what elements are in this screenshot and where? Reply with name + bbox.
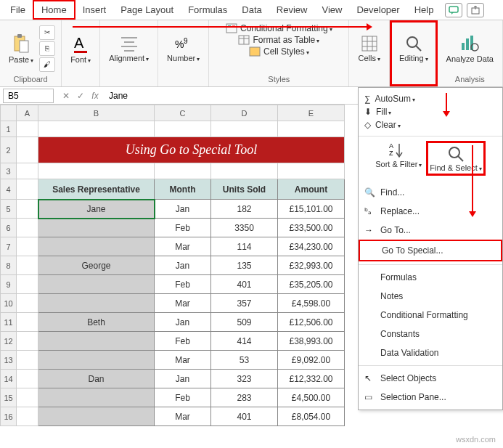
cell[interactable]: £32,993.00 [278,256,345,275]
cell[interactable]: £15,101.00 [278,200,345,219]
cell[interactable]: 323 [211,370,278,388]
cell[interactable]: Feb [155,219,211,237]
cell[interactable]: 182 [211,200,278,219]
cell[interactable]: Mar [155,237,211,256]
sheet-table[interactable]: A B C D E 1 2Using Go to Special Tool 3 … [0,105,345,426]
cell[interactable]: £34,230.00 [278,237,345,256]
cell[interactable]: £38,993.00 [278,332,345,351]
cell[interactable]: £12,332.00 [278,370,345,388]
tab-data[interactable]: Data [234,1,269,18]
menu-goto-special[interactable]: Go To Special... [359,240,502,261]
row-header-13[interactable]: 13 [1,351,17,370]
cell[interactable] [38,388,155,407]
cell[interactable]: Dan [38,370,155,388]
cell[interactable]: Jan [155,313,211,332]
cell[interactable]: 114 [211,237,278,256]
cell[interactable] [38,275,155,294]
menu-constants[interactable]: Constants [359,325,502,343]
cell[interactable]: Jan [155,256,211,275]
cell[interactable]: Jane [38,200,155,219]
cell[interactable]: £33,500.00 [278,219,345,237]
fill-button[interactable]: ⬇Fill [364,105,496,118]
row-header-4[interactable]: 4 [1,179,17,200]
row-header-11[interactable]: 11 [1,313,17,332]
cell[interactable]: 401 [211,275,278,294]
menu-find[interactable]: 🔍Find... [359,183,502,202]
copy-button[interactable]: ⎘ [39,41,55,56]
tab-insert[interactable]: Insert [75,1,114,18]
cell[interactable] [38,294,155,313]
editing-button[interactable]: Editing [396,33,431,64]
paste-button[interactable]: Paste [6,32,36,65]
cell[interactable]: £35,205.00 [278,275,345,294]
cell[interactable]: 283 [211,388,278,407]
row-header-3[interactable]: 3 [1,163,17,179]
fx-button[interactable]: fx [89,91,102,101]
cell-styles-button[interactable]: Cell Styles [249,46,309,57]
tab-formulas[interactable]: Formulas [181,1,234,18]
share-button[interactable] [467,3,484,17]
cell[interactable]: Jan [155,370,211,388]
col-header-A[interactable]: A [17,105,38,121]
cell[interactable]: Beth [38,313,155,332]
cell[interactable] [38,237,155,256]
col-header-C[interactable]: C [155,105,211,121]
cell[interactable]: £12,506.00 [278,313,345,332]
row-header-15[interactable]: 15 [1,388,17,407]
tab-help[interactable]: Help [407,1,441,18]
menu-selection-pane[interactable]: ▭Selection Pane... [359,388,502,407]
cancel-formula-button[interactable]: ✕ [60,91,73,101]
row-header-2[interactable]: 2 [1,137,17,163]
menu-replace[interactable]: ᵇₐReplace... [359,202,502,221]
format-painter-button[interactable]: 🖌 [39,57,55,72]
font-button[interactable]: A Font [68,32,94,65]
alignment-button[interactable]: Alignment [106,33,152,64]
row-header-8[interactable]: 8 [1,256,17,275]
group-editing[interactable]: Editing [390,20,438,86]
cell[interactable]: £4,500.00 [278,388,345,407]
tab-page-layout[interactable]: Page Layout [113,1,181,18]
row-header-1[interactable]: 1 [1,121,17,137]
row-header-5[interactable]: 5 [1,200,17,219]
row-header-7[interactable]: 7 [1,237,17,256]
accept-formula-button[interactable]: ✓ [74,91,87,101]
cell[interactable]: Mar [155,294,211,313]
format-as-table-button[interactable]: Format as Table [238,35,319,45]
find-select-button[interactable]: Find & Select [426,141,485,176]
tab-home[interactable]: Home [33,0,75,20]
cell[interactable]: 401 [211,407,278,426]
cell[interactable]: 135 [211,256,278,275]
cell[interactable]: George [38,256,155,275]
cell[interactable] [38,332,155,351]
menu-formulas[interactable]: Formulas [359,268,502,287]
cell[interactable]: Mar [155,351,211,370]
clear-button[interactable]: ◇Clear [364,118,496,131]
cell[interactable] [38,407,155,426]
cell[interactable]: 414 [211,332,278,351]
cut-button[interactable]: ✂ [39,25,55,40]
cell[interactable] [38,351,155,370]
tab-view[interactable]: View [314,1,349,18]
cells-button[interactable]: Cells [355,33,383,64]
row-header-6[interactable]: 6 [1,219,17,237]
cell[interactable]: £8,054.00 [278,407,345,426]
col-header-B[interactable]: B [38,105,155,121]
cell[interactable]: 3350 [211,219,278,237]
col-header-D[interactable]: D [211,105,278,121]
col-header-E[interactable]: E [278,105,345,121]
cell[interactable]: 53 [211,351,278,370]
cell[interactable]: 509 [211,313,278,332]
cell[interactable]: Feb [155,275,211,294]
conditional-formatting-button[interactable]: Conditional Formatting [226,23,332,33]
name-box[interactable] [3,89,54,103]
tab-file[interactable]: File [3,1,33,18]
cell[interactable]: Feb [155,388,211,407]
cell[interactable]: £9,092.00 [278,351,345,370]
autosum-button[interactable]: ∑AutoSum [364,92,496,105]
select-all-corner[interactable] [1,105,17,121]
row-header-12[interactable]: 12 [1,332,17,351]
cell[interactable]: 357 [211,294,278,313]
cell[interactable]: Feb [155,332,211,351]
cell[interactable]: Jan [155,200,211,219]
cell[interactable]: Mar [155,407,211,426]
